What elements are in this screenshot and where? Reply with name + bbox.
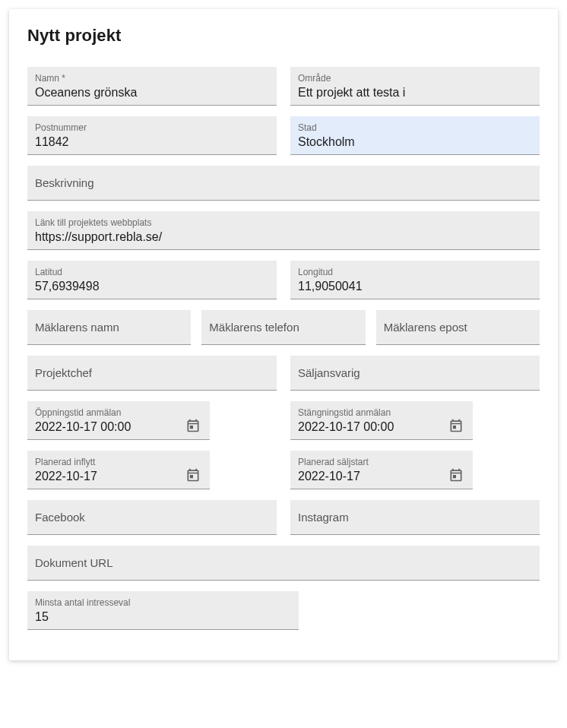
document-url-field[interactable]: Dokument URL [27,546,540,581]
sales-lead-field[interactable]: Säljansvarig [290,356,540,391]
facebook-label: Facebook [35,512,85,523]
planned-salestart-field[interactable]: Planerad säljstart 2022-10-17 [290,451,473,489]
planned-salestart-label: Planerad säljstart [298,457,448,467]
planned-salestart-value: 2022-10-17 [298,469,448,484]
min-interest-label: Minsta antal intresseval [35,597,291,608]
opening-time-field[interactable]: Öppningstid anmälan 2022-10-17 00:00 [27,401,210,440]
latitude-field[interactable]: Latitud 57,6939498 [27,261,277,299]
longitude-label: Longitud [298,267,532,277]
broker-name-field[interactable]: Mäklarens namn [27,310,191,345]
postcode-value: 11842 [35,135,269,150]
longitude-value: 11,9050041 [298,279,532,294]
broker-email-field[interactable]: Mäklarens epost [376,310,540,345]
city-value: Stockholm [298,135,532,150]
name-value: Oceanens grönska [35,85,269,100]
city-field[interactable]: Stad Stockholm [290,116,540,155]
facebook-field[interactable]: Facebook [27,500,277,535]
broker-phone-field[interactable]: Mäklarens telefon [201,310,365,345]
city-label: Stad [298,122,532,133]
broker-email-label: Mäklarens epost [384,322,467,333]
closing-time-field[interactable]: Stängningstid anmälan 2022-10-17 00:00 [290,401,473,440]
website-field[interactable]: Länk till projektets webbplats https://s… [27,211,540,250]
calendar-icon[interactable] [185,418,201,433]
name-label: Namn * [35,73,269,84]
instagram-label: Instagram [298,512,349,523]
planned-movein-value: 2022-10-17 [35,469,185,484]
min-interest-field[interactable]: Minsta antal intresseval 15 [27,591,299,630]
name-field[interactable]: Namn * Oceanens grönska [27,67,277,106]
document-url-label: Dokument URL [35,558,113,568]
broker-name-label: Mäklarens namn [35,322,119,333]
project-manager-label: Projektchef [35,368,92,378]
description-label: Beskrivning [35,178,94,188]
website-value: https://support.rebla.se/ [35,229,532,245]
description-field[interactable]: Beskrivning [27,166,540,201]
latitude-label: Latitud [35,267,269,277]
project-manager-field[interactable]: Projektchef [27,356,277,391]
longitude-field[interactable]: Longitud 11,9050041 [290,261,540,299]
area-label: Område [298,73,532,84]
postcode-label: Postnummer [35,122,269,133]
min-interest-value: 15 [35,609,291,625]
calendar-icon[interactable] [448,418,464,433]
calendar-icon[interactable] [185,467,201,483]
page-title: Nytt projekt [27,26,540,46]
planned-movein-field[interactable]: Planerad inflytt 2022-10-17 [27,451,210,489]
area-field[interactable]: Område Ett projekt att testa i [290,67,540,106]
instagram-field[interactable]: Instagram [290,500,540,535]
closing-time-value: 2022-10-17 00:00 [298,419,448,435]
opening-time-value: 2022-10-17 00:00 [35,419,185,435]
latitude-value: 57,6939498 [35,279,269,294]
sales-lead-label: Säljansvarig [298,368,360,378]
planned-movein-label: Planerad inflytt [35,457,185,467]
closing-time-label: Stängningstid anmälan [298,407,448,418]
calendar-icon[interactable] [448,467,464,483]
opening-time-label: Öppningstid anmälan [35,407,185,418]
new-project-form: Nytt projekt Namn * Oceanens grönska Omr… [9,9,558,660]
broker-phone-label: Mäklarens telefon [209,322,299,333]
website-label: Länk till projektets webbplats [35,217,532,228]
area-value: Ett projekt att testa i [298,85,532,100]
postcode-field[interactable]: Postnummer 11842 [27,116,277,155]
